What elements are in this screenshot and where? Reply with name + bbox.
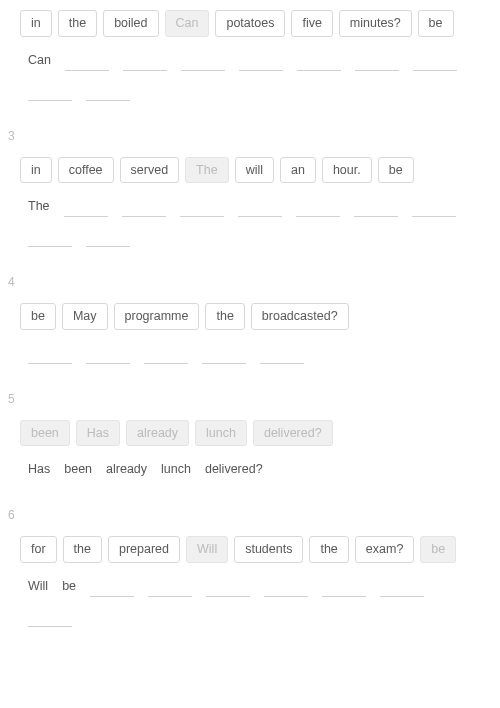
word-tile[interactable]: served <box>120 157 180 184</box>
word-tile[interactable]: for <box>20 536 57 563</box>
word-tile[interactable]: in <box>20 157 52 184</box>
word-tile[interactable]: boiled <box>103 10 158 37</box>
answer-slot[interactable] <box>322 579 366 597</box>
word-tile[interactable]: programme <box>114 303 200 330</box>
placed-word[interactable]: been <box>64 462 92 480</box>
word-tile[interactable]: prepared <box>108 536 180 563</box>
word-tile: Will <box>186 536 228 563</box>
exercise-container: intheboiledCanpotatoesfiveminutes?beCan3… <box>20 10 480 627</box>
word-tile: delivered? <box>253 420 333 447</box>
question-block: intheboiledCanpotatoesfiveminutes?beCan <box>20 10 480 101</box>
answer-slot[interactable] <box>181 53 225 71</box>
placed-word[interactable]: Has <box>28 462 50 480</box>
word-tile[interactable]: five <box>291 10 332 37</box>
question-block: 5beenHasalreadylunchdelivered?Hasbeenalr… <box>20 392 480 481</box>
answer-slot[interactable] <box>380 579 424 597</box>
answer-slot[interactable] <box>148 579 192 597</box>
question-number: 5 <box>8 392 480 406</box>
word-bank: beMayprogrammethebroadcasted? <box>20 303 480 330</box>
answer-area[interactable]: Can <box>20 53 480 101</box>
answer-slot[interactable] <box>28 229 72 247</box>
word-tile[interactable]: be <box>378 157 414 184</box>
answer-slot[interactable] <box>412 199 456 217</box>
answer-slot[interactable] <box>354 199 398 217</box>
answer-area[interactable]: Hasbeenalreadylunchdelivered? <box>20 462 480 480</box>
answer-slot[interactable] <box>123 53 167 71</box>
word-tile[interactable]: in <box>20 10 52 37</box>
answer-area[interactable] <box>20 346 480 364</box>
word-tile: been <box>20 420 70 447</box>
answer-slot[interactable] <box>413 53 457 71</box>
answer-slot[interactable] <box>28 346 72 364</box>
answer-slot[interactable] <box>296 199 340 217</box>
word-tile: Can <box>165 10 210 37</box>
word-bank: incoffeeservedThewillanhour.be <box>20 157 480 184</box>
word-bank: beenHasalreadylunchdelivered? <box>20 420 480 447</box>
question-number: 3 <box>8 129 480 143</box>
question-block: 4beMayprogrammethebroadcasted? <box>20 275 480 364</box>
answer-slot[interactable] <box>122 199 166 217</box>
word-tile: The <box>185 157 229 184</box>
word-tile[interactable]: minutes? <box>339 10 412 37</box>
word-tile[interactable]: students <box>234 536 303 563</box>
word-tile: lunch <box>195 420 247 447</box>
placed-word[interactable]: delivered? <box>205 462 263 480</box>
question-number: 4 <box>8 275 480 289</box>
question-block: 6forthepreparedWillstudentstheexam?beWil… <box>20 508 480 627</box>
answer-slot[interactable] <box>28 83 72 101</box>
word-tile[interactable]: broadcasted? <box>251 303 349 330</box>
placed-word[interactable]: Can <box>28 53 51 71</box>
answer-area[interactable]: Willbe <box>20 579 480 627</box>
answer-slot[interactable] <box>90 579 134 597</box>
word-tile[interactable]: the <box>58 10 97 37</box>
answer-slot[interactable] <box>144 346 188 364</box>
question-number: 6 <box>8 508 480 522</box>
placed-word[interactable]: The <box>28 199 50 217</box>
answer-slot[interactable] <box>64 199 108 217</box>
word-tile[interactable]: the <box>309 536 348 563</box>
placed-word[interactable]: be <box>62 579 76 597</box>
word-tile[interactable]: coffee <box>58 157 114 184</box>
answer-slot[interactable] <box>206 579 250 597</box>
word-tile[interactable]: potatoes <box>215 10 285 37</box>
answer-slot[interactable] <box>180 199 224 217</box>
answer-slot[interactable] <box>202 346 246 364</box>
question-block: 3incoffeeservedThewillanhour.beThe <box>20 129 480 248</box>
word-tile[interactable]: the <box>63 536 102 563</box>
placed-word[interactable]: already <box>106 462 147 480</box>
answer-slot[interactable] <box>86 346 130 364</box>
word-tile[interactable]: will <box>235 157 274 184</box>
word-tile[interactable]: hour. <box>322 157 372 184</box>
word-tile: be <box>420 536 456 563</box>
word-tile[interactable]: May <box>62 303 108 330</box>
answer-slot[interactable] <box>86 229 130 247</box>
word-tile[interactable]: exam? <box>355 536 415 563</box>
placed-word[interactable]: Will <box>28 579 48 597</box>
word-bank: forthepreparedWillstudentstheexam?be <box>20 536 480 563</box>
answer-slot[interactable] <box>260 346 304 364</box>
answer-area[interactable]: The <box>20 199 480 247</box>
answer-slot[interactable] <box>355 53 399 71</box>
answer-slot[interactable] <box>65 53 109 71</box>
answer-slot[interactable] <box>297 53 341 71</box>
word-tile: already <box>126 420 189 447</box>
word-tile[interactable]: be <box>20 303 56 330</box>
word-bank: intheboiledCanpotatoesfiveminutes?be <box>20 10 480 37</box>
answer-slot[interactable] <box>86 83 130 101</box>
placed-word[interactable]: lunch <box>161 462 191 480</box>
word-tile[interactable]: an <box>280 157 316 184</box>
word-tile[interactable]: be <box>418 10 454 37</box>
word-tile: Has <box>76 420 120 447</box>
answer-slot[interactable] <box>264 579 308 597</box>
answer-slot[interactable] <box>238 199 282 217</box>
answer-slot[interactable] <box>28 609 72 627</box>
answer-slot[interactable] <box>239 53 283 71</box>
word-tile[interactable]: the <box>205 303 244 330</box>
